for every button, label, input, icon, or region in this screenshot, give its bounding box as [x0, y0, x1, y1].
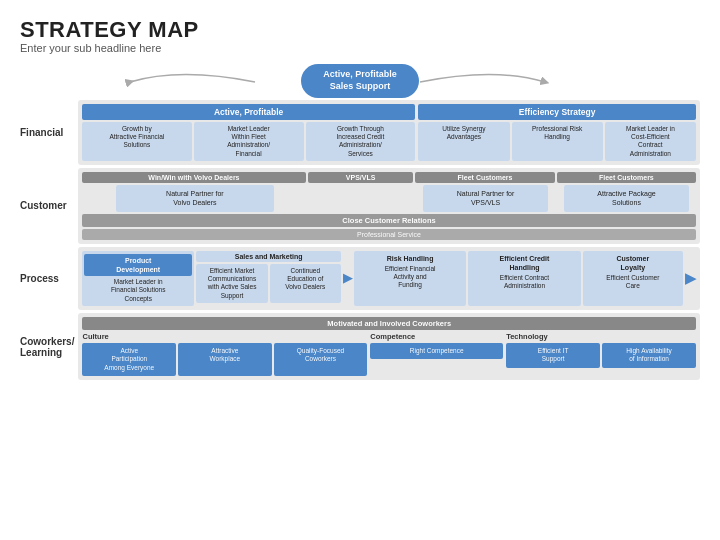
culture-title: Culture	[82, 332, 367, 341]
fin-right-card-3: Market Leader inCost-EfficientContractAd…	[605, 122, 696, 162]
motivated-bar: Motivated and Involved Coworkers	[82, 317, 696, 330]
competence-card-1: Right Competence	[370, 343, 503, 359]
competence-title: Competence	[370, 332, 503, 341]
culture-section: Culture ActiveParticipationAmong Everyon…	[82, 332, 367, 376]
coworkers-label: Coworkers/ Learning	[20, 313, 78, 380]
cust-bottom-bar: Close Customer Relations	[82, 214, 696, 227]
diagram: Financial Active, Profitable Growth byAt…	[20, 100, 700, 381]
proc-title-2: Sales and Marketing	[196, 251, 341, 262]
coworkers-content: Motivated and Involved Coworkers Culture…	[78, 313, 700, 380]
customer-row: Customer Win/Win with Volvo Dealers VPS/…	[20, 168, 700, 243]
coworkers-sections: Culture ActiveParticipationAmong Everyon…	[82, 332, 696, 376]
culture-card-3: Quality-FocusedCoworkers	[274, 343, 368, 376]
proc-card-3: Risk Handling Efficient FinancialActivit…	[354, 251, 466, 307]
proc-card-2b: ContinuedEducation ofVolvo Dealers	[270, 264, 341, 304]
proc-arrow: ▶	[343, 251, 352, 307]
proc-title-3: Risk Handling	[356, 254, 464, 263]
culture-card-1: ActiveParticipationAmong Everyone	[82, 343, 176, 376]
proc-title-4: Efficient CreditHandling	[470, 254, 578, 272]
top-oval: Active, Profitable Sales Support	[301, 64, 419, 97]
cust-service-bar: Professional Service	[82, 229, 696, 240]
cust-header-1: Win/Win with Volvo Dealers	[82, 172, 306, 183]
tech-card-2: High Availabilityof Information	[602, 343, 696, 368]
technology-section: Technology Efficient ITSupport High Avai…	[506, 332, 696, 376]
fin-right-card-1: Utilize SynergyAdvantages	[418, 122, 509, 162]
financial-row: Financial Active, Profitable Growth byAt…	[20, 100, 700, 166]
coworkers-row: Coworkers/ Learning Motivated and Involv…	[20, 313, 700, 380]
fin-left-card-3: Growth ThroughIncreased CreditAdministra…	[306, 122, 416, 162]
technology-title: Technology	[506, 332, 696, 341]
proc-card-1: ProductDevelopment Market Leader inFinan…	[82, 251, 194, 307]
fin-left-card-2: Market LeaderWithin FleetAdministration/…	[194, 122, 304, 162]
subtitle: Enter your sub headline here	[20, 42, 700, 54]
cust-header-2: VPS/VLS	[308, 172, 413, 183]
proc-card-4: Efficient CreditHandling Efficient Contr…	[468, 251, 580, 307]
cust-card-2: Natural Partner forVPS/VLS	[423, 185, 548, 211]
proc-sales-group: Sales and Marketing Efficient MarketComm…	[196, 251, 341, 307]
financial-label: Financial	[20, 100, 78, 166]
process-row: Process ProductDevelopment Market Leader…	[20, 247, 700, 311]
cust-card-3: Attractive PackageSolutions	[564, 185, 689, 211]
cust-card-1: Natural Partner forVolvo Dealers	[116, 185, 274, 211]
proc-title-5: CustomerLoyalty	[585, 254, 681, 272]
fin-left-card-1: Growth byAttractive FinancialSolutions	[82, 122, 192, 162]
fin-right-card-2: Professional RiskHandling	[512, 122, 603, 162]
cust-header-3: Fleet Customers	[415, 172, 554, 183]
proc-card-2a: Efficient MarketCommunicationswith Activ…	[196, 264, 267, 304]
process-content: ProductDevelopment Market Leader inFinan…	[78, 247, 700, 311]
cust-header-4: Fleet Customers	[557, 172, 696, 183]
competence-section: Competence Right Competence	[370, 332, 503, 376]
proc-title-1: ProductDevelopment	[84, 254, 192, 276]
title: STRATEGY MAP	[20, 18, 700, 42]
tech-card-1: Efficient ITSupport	[506, 343, 600, 368]
culture-cards: ActiveParticipationAmong Everyone Attrac…	[82, 343, 367, 376]
top-oval-area: Active, Profitable Sales Support	[20, 62, 700, 97]
fin-right-header: Efficiency Strategy	[418, 104, 696, 120]
technology-cards: Efficient ITSupport High Availabilityof …	[506, 343, 696, 368]
customer-label: Customer	[20, 168, 78, 243]
proc-card-5: CustomerLoyalty Efficient CustomerCare	[583, 251, 683, 307]
slide: STRATEGY MAP Enter your sub headline her…	[0, 0, 720, 540]
financial-content: Active, Profitable Growth byAttractive F…	[78, 100, 700, 166]
customer-content: Win/Win with Volvo Dealers VPS/VLS Fleet…	[78, 168, 700, 243]
culture-card-2: AttractiveWorkplace	[178, 343, 272, 376]
proc-arrow-right: ▶	[685, 251, 696, 307]
competence-cards: Right Competence	[370, 343, 503, 359]
fin-left-header: Active, Profitable	[82, 104, 415, 120]
process-label: Process	[20, 247, 78, 311]
